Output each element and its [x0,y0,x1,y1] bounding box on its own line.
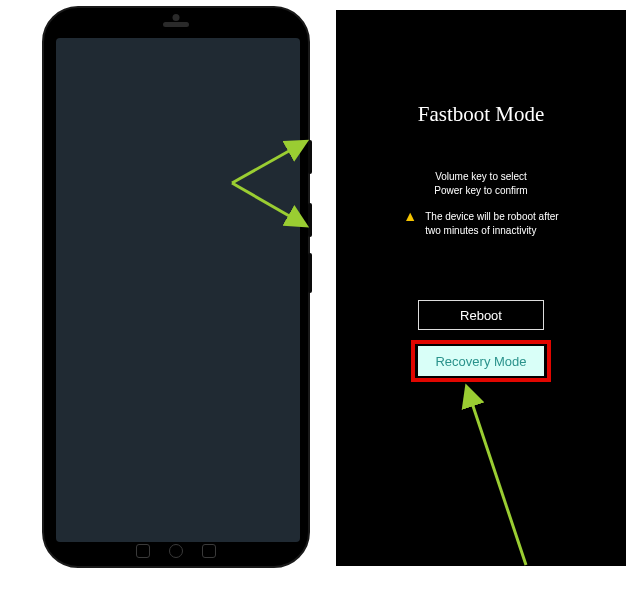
nav-back-icon [136,544,150,558]
reboot-button[interactable]: Reboot [418,300,544,330]
phone-mockup [42,6,310,568]
fastboot-screen: Fastboot Mode Volume key to select Power… [336,10,626,566]
nav-home-icon [169,544,183,558]
fastboot-warning: ▲ The device will be roboot after two mi… [336,210,626,237]
volume-down-button[interactable] [308,203,312,237]
warning-text: The device will be roboot after two minu… [425,210,558,237]
recovery-mode-button[interactable]: Recovery Mode [418,346,544,376]
warning-line-2: two minutes of innactivity [425,224,558,238]
instruction-line-2: Power key to confirm [336,184,626,198]
fastboot-title: Fastboot Mode [336,102,626,127]
warning-line-1: The device will be roboot after [425,210,558,224]
phone-nav-bar [136,544,216,558]
fastboot-instructions: Volume key to select Power key to confir… [336,170,626,198]
phone-earpiece [163,22,189,27]
nav-recent-icon [202,544,216,558]
volume-up-button[interactable] [308,140,312,174]
warning-icon: ▲ [403,209,417,223]
phone-screen [56,38,300,542]
phone-front-camera [173,14,180,21]
instruction-line-1: Volume key to select [336,170,626,184]
power-button[interactable] [308,253,312,293]
